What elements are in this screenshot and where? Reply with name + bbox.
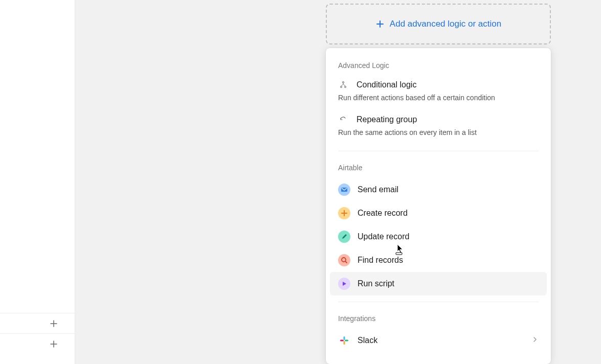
add-action-label: Add advanced logic or action bbox=[390, 19, 501, 29]
search-icon bbox=[338, 254, 350, 266]
option-find-records[interactable]: Find records bbox=[326, 248, 551, 272]
action-label: Send email bbox=[358, 185, 398, 194]
add-row-1 bbox=[0, 313, 75, 333]
canvas-area: Add advanced logic or action Advanced Lo… bbox=[75, 0, 601, 364]
section-header-airtable: Airtable bbox=[326, 161, 551, 178]
dropdown-scroll-area[interactable]: Advanced Logic Conditional logic Run dif… bbox=[326, 48, 551, 364]
divider bbox=[338, 302, 539, 302]
logic-title: Conditional logic bbox=[357, 80, 416, 89]
refresh-icon bbox=[338, 115, 348, 125]
slack-icon bbox=[338, 334, 350, 347]
action-label: Find records bbox=[358, 256, 403, 265]
logic-description: Run the same actions on every item in a … bbox=[338, 128, 539, 138]
svg-point-1 bbox=[341, 86, 342, 88]
action-dropdown-panel: Advanced Logic Conditional logic Run dif… bbox=[326, 48, 551, 364]
section-header-integrations: Integrations bbox=[326, 311, 551, 329]
option-run-script[interactable]: Run script bbox=[330, 272, 547, 295]
integration-label: Slack bbox=[358, 336, 524, 345]
sidebar-bottom-actions bbox=[0, 313, 75, 354]
option-update-record[interactable]: Update record bbox=[326, 225, 551, 248]
action-label: Create record bbox=[358, 209, 408, 218]
add-row-2 bbox=[0, 333, 75, 354]
branch-icon bbox=[338, 80, 348, 90]
plus-icon bbox=[375, 19, 385, 29]
svg-point-2 bbox=[345, 86, 346, 88]
add-button-1[interactable] bbox=[48, 317, 60, 330]
svg-rect-8 bbox=[340, 340, 344, 342]
logic-item-header: Conditional logic bbox=[338, 80, 539, 90]
divider bbox=[338, 151, 539, 151]
add-advanced-logic-button[interactable]: Add advanced logic or action bbox=[326, 4, 551, 44]
sidebar bbox=[0, 0, 75, 364]
option-send-email[interactable]: Send email bbox=[326, 178, 551, 201]
logic-title: Repeating group bbox=[357, 115, 417, 124]
svg-point-0 bbox=[343, 82, 344, 83]
option-conditional-logic[interactable]: Conditional logic Run different actions … bbox=[326, 76, 551, 110]
plus-icon bbox=[50, 340, 58, 348]
plus-icon bbox=[50, 320, 58, 328]
logic-description: Run different actions based off a certai… bbox=[338, 93, 539, 103]
add-button-2[interactable] bbox=[48, 338, 60, 350]
pencil-icon bbox=[338, 231, 350, 243]
action-label: Update record bbox=[358, 232, 409, 241]
play-icon bbox=[338, 278, 350, 290]
email-icon bbox=[338, 184, 350, 196]
option-repeating-group[interactable]: Repeating group Run the same actions on … bbox=[326, 110, 551, 145]
section-header-advanced-logic: Advanced Logic bbox=[326, 58, 551, 76]
svg-rect-6 bbox=[345, 340, 348, 342]
logic-item-header: Repeating group bbox=[338, 115, 539, 125]
svg-rect-7 bbox=[344, 341, 345, 345]
chevron-right-icon bbox=[531, 336, 539, 345]
action-label: Run script bbox=[358, 279, 394, 288]
plus-record-icon bbox=[338, 207, 350, 219]
option-slack[interactable]: Slack bbox=[326, 329, 551, 352]
option-create-record[interactable]: Create record bbox=[326, 201, 551, 225]
svg-rect-5 bbox=[344, 336, 345, 340]
